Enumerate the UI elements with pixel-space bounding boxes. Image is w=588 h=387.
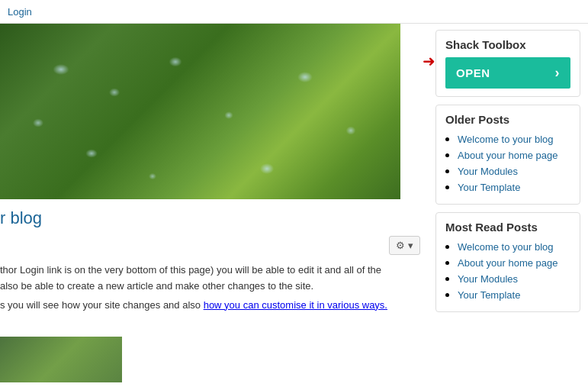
line2-prefix: s you will see how your site changes and… — [0, 299, 204, 311]
older-post-link-4[interactable]: Your Template — [458, 182, 520, 193]
open-button[interactable]: OPEN › — [445, 57, 570, 89]
bottom-image-hint — [0, 337, 122, 382]
post-body: thor Login link is on the very bottom of… — [0, 258, 428, 318]
most-read-list: Welcome to your blog About your home pag… — [445, 240, 570, 302]
post-line1: thor Login link is on the very bottom of… — [0, 263, 428, 295]
toolbox-title: Shack Toolbox — [445, 38, 570, 51]
list-item: Your Template — [458, 180, 570, 194]
right-sidebar: Shack Toolbox ➜ OPEN › Older Posts Welco… — [428, 24, 588, 382]
gear-button[interactable]: ⚙ ▾ — [389, 236, 420, 255]
list-item: Welcome to your blog — [458, 132, 570, 146]
list-item: Welcome to your blog — [458, 240, 570, 253]
top-bar: Login — [0, 0, 588, 24]
list-item: Your Template — [458, 288, 570, 302]
older-posts-title: Older Posts — [445, 113, 570, 126]
arrow-right-icon: › — [555, 65, 561, 81]
list-item: About your home page — [458, 148, 570, 162]
list-item: Your Modules — [458, 272, 570, 285]
most-read-link-2[interactable]: About your home page — [458, 257, 558, 269]
older-post-link-2[interactable]: About your home page — [458, 150, 558, 161]
customise-link[interactable]: how you can customise it in various ways… — [204, 299, 387, 311]
line1-suffix: also be able to create a new article and… — [0, 280, 313, 292]
gear-area: ⚙ ▾ — [0, 233, 428, 258]
older-post-link-1[interactable]: Welcome to your blog — [458, 134, 554, 145]
login-link[interactable]: Login — [8, 6, 32, 18]
older-posts-box: Older Posts Welcome to your blog About y… — [435, 105, 580, 205]
shack-toolbox-box: Shack Toolbox ➜ OPEN › — [435, 30, 580, 97]
list-item: Your Modules — [458, 164, 570, 178]
most-read-link-1[interactable]: Welcome to your blog — [458, 241, 554, 253]
post-title: r blog — [0, 199, 428, 233]
gear-icon: ⚙ — [396, 240, 405, 251]
dropdown-icon: ▾ — [408, 240, 413, 251]
most-read-box: Most Read Posts Welcome to your blog Abo… — [435, 212, 580, 312]
older-post-link-3[interactable]: Your Modules — [458, 166, 518, 177]
line1-text: thor Login link is on the very bottom of… — [0, 264, 381, 276]
list-item: About your home page — [458, 256, 570, 269]
most-read-link-4[interactable]: Your Template — [458, 289, 520, 301]
left-content: r blog ⚙ ▾ thor Login link is on the ver… — [0, 24, 428, 382]
most-read-link-3[interactable]: Your Modules — [458, 273, 518, 285]
main-layout: r blog ⚙ ▾ thor Login link is on the ver… — [0, 24, 588, 382]
post-line2: s you will see how your site changes and… — [0, 298, 428, 314]
most-read-title: Most Read Posts — [445, 221, 570, 234]
older-posts-list: Welcome to your blog About your home pag… — [445, 132, 570, 194]
hero-image — [0, 24, 400, 199]
open-label: OPEN — [456, 66, 490, 79]
red-arrow-icon: ➜ — [423, 52, 435, 70]
